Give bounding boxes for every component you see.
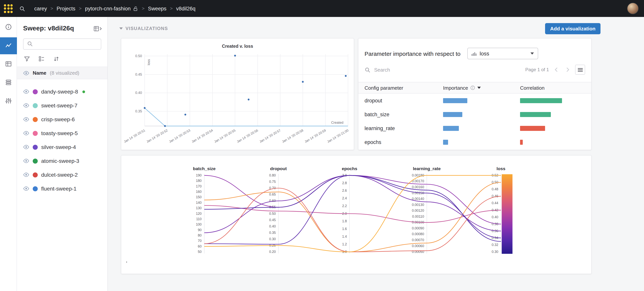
menu-icon: [578, 68, 582, 72]
column-importance[interactable]: Importance: [443, 85, 520, 91]
svg-text:dropout: dropout: [270, 166, 287, 171]
visualizations-section-toggle[interactable]: VISUALIZATIONS: [119, 26, 168, 31]
breadcrumb-v8dil26q[interactable]: v8dil26q: [176, 6, 196, 11]
user-avatar[interactable]: [627, 3, 638, 14]
run-color-dot: [33, 144, 38, 150]
svg-text:0.44: 0.44: [492, 201, 498, 205]
nav-search-icon[interactable]: [19, 6, 25, 11]
importance-title: Parameter importance with respect to: [364, 50, 460, 57]
runs-column-label: Name: [33, 70, 46, 76]
eye-icon[interactable]: [23, 145, 29, 149]
rail-item-table[interactable]: [0, 56, 17, 73]
run-row-fluent-sweep-1[interactable]: fluent-sweep-1: [17, 182, 108, 196]
eye-icon[interactable]: [23, 158, 29, 163]
svg-text:0.00110: 0.00110: [412, 214, 424, 218]
param-name: dropout: [364, 98, 443, 103]
run-color-dot: [33, 131, 38, 136]
run-row-atomic-sweep-3[interactable]: atomic-sweep-3: [17, 154, 108, 168]
run-row-crisp-sweep-6[interactable]: crisp-sweep-6: [17, 112, 108, 126]
info-circle-icon[interactable]: [470, 86, 475, 90]
svg-text:70: 70: [198, 239, 202, 243]
svg-text:1.4: 1.4: [342, 234, 347, 238]
run-row-sweet-sweep-7[interactable]: sweet-sweep-7: [17, 98, 108, 112]
eye-icon[interactable]: [23, 117, 29, 122]
parallel-coordinates-chart: batch_size190180170160150140130120110100…: [121, 156, 591, 274]
eye-icon[interactable]: [23, 172, 29, 177]
correlation-bar: [520, 140, 523, 144]
runs-list-header[interactable]: Name (8 visualized): [17, 66, 108, 79]
eye-icon[interactable]: [23, 186, 29, 191]
eye-icon[interactable]: [23, 131, 29, 136]
add-visualization-button[interactable]: Add a visualization: [545, 23, 601, 34]
breadcrumb-Sweeps[interactable]: Sweeps: [148, 6, 166, 11]
importance-row-epochs: epochs: [358, 135, 591, 149]
eye-icon[interactable]: [23, 71, 29, 75]
wandb-logo-icon[interactable]: [4, 4, 13, 13]
panel-footnote: ,: [126, 257, 128, 263]
svg-text:Created: Created: [331, 121, 343, 124]
svg-text:50: 50: [198, 250, 202, 254]
run-color-dot: [33, 158, 38, 164]
triangle-down-icon: [119, 27, 123, 30]
run-row-silver-sweep-4[interactable]: silver-sweep-4: [17, 140, 108, 154]
svg-text:0.20: 0.20: [269, 250, 276, 254]
next-page-button[interactable]: [564, 66, 572, 74]
lock-open-icon: [134, 6, 138, 11]
rail-item-sweep-controls[interactable]: [0, 93, 17, 110]
breadcrumb-carey[interactable]: carey: [34, 6, 47, 11]
svg-text:0.32: 0.32: [492, 243, 498, 247]
breadcrumb-Projects[interactable]: Projects: [56, 6, 76, 11]
eye-icon[interactable]: [23, 89, 29, 94]
sliders-icon: [5, 97, 12, 105]
column-config-parameter[interactable]: Config parameter: [364, 85, 443, 91]
run-row-toasty-sweep-5[interactable]: toasty-sweep-5: [17, 126, 108, 140]
svg-text:180: 180: [196, 179, 202, 183]
parallel-coordinates-panel[interactable]: batch_size190180170160150140130120110100…: [121, 155, 592, 274]
run-name: fluent-sweep-1: [41, 186, 76, 192]
run-row-dandy-sweep-8[interactable]: dandy-sweep-8: [17, 85, 108, 98]
scatter-grid: [145, 54, 348, 126]
svg-text:0.35: 0.35: [269, 231, 276, 234]
svg-text:60: 60: [198, 244, 202, 248]
run-row-dulcet-sweep-2[interactable]: dulcet-sweep-2: [17, 168, 108, 182]
param-name: learning_rate: [364, 125, 443, 131]
svg-text:90: 90: [198, 228, 202, 232]
parameter-importance-panel: Parameter importance with respect to los…: [358, 38, 592, 150]
runs-search-box: [23, 38, 101, 50]
importance-bar: [443, 112, 462, 117]
running-status-dot: [82, 90, 85, 93]
breadcrumb-pytorch-cnn-fashion[interactable]: pytorch-cnn-fashion: [85, 6, 131, 11]
importance-search-input[interactable]: [374, 66, 522, 73]
metric-dropdown[interactable]: loss: [467, 48, 538, 59]
eye-icon[interactable]: [23, 103, 29, 108]
caret-down-icon: [530, 52, 534, 55]
prev-page-button[interactable]: [552, 66, 560, 74]
group-icon[interactable]: [38, 56, 45, 62]
workspace: VISUALIZATIONS Add a visualization Creat…: [108, 17, 644, 291]
sort-icon[interactable]: [53, 56, 59, 62]
rail-item-charts[interactable]: [0, 37, 17, 54]
icon-rail: [0, 17, 17, 291]
open-sweep-table-button[interactable]: [94, 26, 102, 31]
run-color-dot: [33, 172, 38, 177]
svg-text:0.50: 0.50: [135, 54, 142, 58]
created-vs-loss-panel[interactable]: Created v. loss 0.500.450.400.35Jan 14 '…: [121, 38, 354, 150]
svg-text:epochs: epochs: [342, 166, 357, 171]
svg-text:0.48: 0.48: [492, 187, 498, 191]
importance-row-learning_rate: learning_rate: [358, 121, 591, 135]
svg-text:0.75: 0.75: [269, 180, 276, 184]
run-color-dot: [33, 89, 38, 94]
filter-icon[interactable]: [24, 56, 30, 62]
rail-item-artifacts[interactable]: [0, 74, 17, 91]
page-indicator: Page 1 of 1: [525, 67, 549, 72]
column-correlation[interactable]: Correlation: [520, 85, 585, 91]
rail-item-overview[interactable]: [0, 19, 17, 36]
svg-text:learning_rate: learning_rate: [413, 166, 440, 171]
runs-search-input[interactable]: [36, 41, 98, 47]
svg-text:loss: loss: [496, 166, 506, 171]
run-name: silver-sweep-4: [41, 144, 76, 150]
column-importance-label: Importance: [443, 85, 468, 91]
panel-menu-button[interactable]: [575, 65, 585, 75]
run-line-crisp-sweep-6: [204, 182, 501, 252]
run-name: sweet-sweep-7: [41, 102, 77, 108]
